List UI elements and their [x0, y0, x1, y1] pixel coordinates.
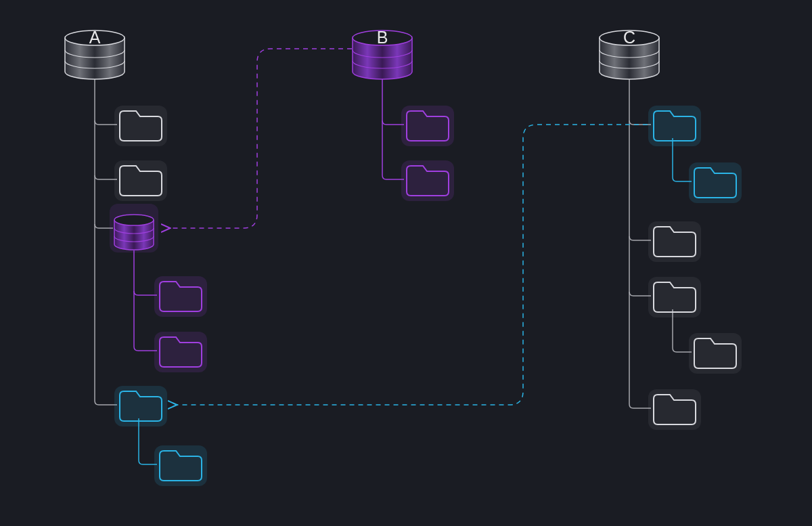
folder-icon: [648, 389, 701, 430]
database-nested: [110, 204, 158, 253]
tree-edge: [382, 120, 404, 125]
folder-icon: [114, 160, 167, 201]
folder-icon: [648, 277, 701, 317]
database-label: C: [623, 28, 635, 47]
tree-edges: [95, 74, 692, 464]
tree-edge: [134, 250, 157, 351]
folder-icon: [401, 106, 454, 146]
folder-icon: [114, 386, 167, 426]
tree-edge: [629, 292, 651, 296]
folder-icon: [114, 106, 167, 146]
diagram-canvas: A B C: [0, 0, 812, 526]
svg-point-12: [114, 215, 154, 225]
link-b-to-nested: [169, 49, 352, 228]
database-b: B: [353, 28, 412, 79]
folder-icon: [648, 221, 701, 262]
database-label: A: [89, 28, 101, 47]
tree-edge: [95, 175, 117, 179]
folder-icon: [154, 445, 207, 486]
tree-edge: [95, 120, 117, 125]
database-c: C: [600, 28, 659, 79]
database-a: A: [65, 28, 125, 79]
tree-edge: [382, 74, 404, 179]
tree-edge: [629, 236, 651, 240]
tree-edge: [134, 291, 157, 295]
folder-icon: [154, 332, 207, 372]
folder-icon: [154, 276, 207, 317]
tree-edge: [629, 120, 651, 125]
folder-icon: [401, 160, 454, 201]
folder-icon: [689, 333, 742, 374]
folder-icon: [648, 106, 701, 146]
database-label: B: [377, 28, 388, 47]
cross-links: [169, 49, 648, 405]
folder-icon: [689, 162, 742, 203]
